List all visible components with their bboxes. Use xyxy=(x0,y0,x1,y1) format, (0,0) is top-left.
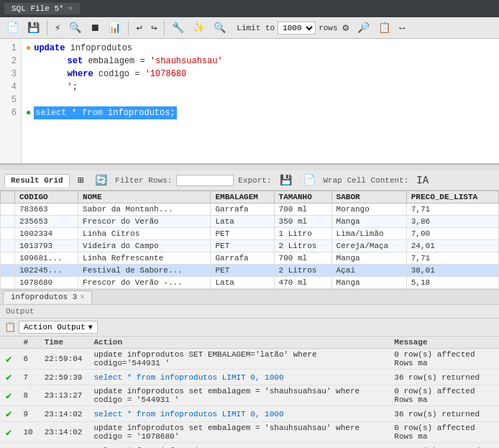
output-scroll-area[interactable]: # Time Action Message ✔622:59:04update i… xyxy=(0,337,499,448)
table-cell: Frescor do Verão -... xyxy=(78,277,211,289)
filter-input[interactable] xyxy=(176,175,234,186)
wrap-button[interactable]: IA xyxy=(413,173,432,188)
form-view-button[interactable]: 🔄 xyxy=(91,172,111,188)
limit-select[interactable]: 1000 500 100 xyxy=(278,22,316,35)
tab-infoprodutos-close[interactable]: × xyxy=(80,293,84,301)
sql-editor: 1 2 3 4 5 6 ● update infoprodutos set em… xyxy=(0,39,499,165)
status-ok-icon: ✔ xyxy=(6,372,12,383)
action-message: 0 row(s) affected Rows ma xyxy=(388,422,499,443)
table-cell: Lima/Limão xyxy=(331,228,406,240)
action-message: 0 row(s) affected Rows ma xyxy=(388,385,499,406)
export-label: Export: xyxy=(238,176,271,185)
export-csv-button[interactable]: 📄 xyxy=(300,172,319,188)
execute-selection-button[interactable]: 🔍 xyxy=(65,19,85,36)
execute-button[interactable]: ⚡ xyxy=(51,19,64,36)
str-value-2: '1078680 xyxy=(145,68,187,81)
action-message: 0 row(s) affected Rows ma xyxy=(388,349,499,370)
refresh-button[interactable]: ↔ xyxy=(395,20,408,36)
output-toolbar: 📋 Action Output ▼ xyxy=(0,319,499,337)
table-cell: 7,00 xyxy=(406,228,498,240)
action-num: 8 xyxy=(17,385,38,406)
table-cell: Frescor do Verão xyxy=(78,216,211,228)
toggle-button[interactable]: 📋 xyxy=(375,19,394,36)
undo-button[interactable]: ↩ xyxy=(132,19,145,36)
table-cell: 2 Litros xyxy=(274,240,331,252)
format-button[interactable]: 🔧 xyxy=(168,19,188,36)
list-item[interactable]: ✔823:13:27update infoprodutos set embala… xyxy=(0,385,499,406)
list-item[interactable]: ✔722:59:39select * from infoprodutos LIM… xyxy=(0,370,499,385)
row-num-cell xyxy=(1,265,15,277)
row-num-cell xyxy=(1,204,15,216)
table-cell: 470 ml xyxy=(274,277,331,289)
zoom-in-button[interactable]: 🔎 xyxy=(354,19,373,36)
table-cell: Manga xyxy=(331,216,406,228)
table-cell: 1002334 xyxy=(15,228,78,240)
table-row[interactable]: 102245...Festival de Sabore...PET2 Litro… xyxy=(1,265,499,277)
action-table: # Time Action Message ✔622:59:04update i… xyxy=(0,337,499,448)
status-ok-icon: ✔ xyxy=(6,408,12,420)
action-text: update infoprodutos set embalagem = 'sha… xyxy=(88,385,388,406)
code-line-2: set embalagem = 'shauhsuahsau' xyxy=(26,55,495,68)
action-col-action: Action xyxy=(88,337,388,349)
result-grid-tab[interactable]: Result Grid xyxy=(4,174,70,187)
beautify-button[interactable]: ✨ xyxy=(189,19,209,36)
action-output-dropdown[interactable]: Action Output ▼ xyxy=(19,321,98,334)
line-num-3: 3 xyxy=(4,68,17,81)
action-link[interactable]: select * from infoprodutos LIMIT 0, 1000 xyxy=(93,373,283,382)
redo-button[interactable]: ↪ xyxy=(147,19,160,36)
table-cell: 38,01 xyxy=(406,265,498,277)
table-cell: Linha Citros xyxy=(78,228,211,240)
table-cell: Lata xyxy=(211,277,274,289)
separator-1 xyxy=(47,21,47,35)
action-text: update infoprodutos set embalagem = 'sha… xyxy=(88,422,388,443)
list-item[interactable]: ✔1023:14:02update infoprodutos set embal… xyxy=(0,422,499,443)
grid-view-button[interactable]: ⊞ xyxy=(74,172,87,188)
list-item[interactable]: ✔622:59:04update infoprodutos SET EMBALA… xyxy=(0,349,499,370)
action-message: 36 row(s) returned xyxy=(388,370,499,385)
list-item[interactable]: ✔1123:14:37select * from infoprodutos LI… xyxy=(0,443,499,449)
action-num: 11 xyxy=(17,443,38,449)
action-time: 23:14:02 xyxy=(39,422,88,443)
tab-infoprodutos[interactable]: infoprodutos 3 × xyxy=(3,291,92,303)
table-cell: 102245... xyxy=(15,265,78,277)
action-col-time: Time xyxy=(39,337,88,349)
table-row[interactable]: 1002334Linha CitrosPET1 LitroLima/Limão7… xyxy=(1,228,499,240)
explain-button[interactable]: 📊 xyxy=(105,19,124,36)
row-num-cell xyxy=(1,216,15,228)
table-row[interactable]: 235653Frescor do VerãoLata350 mlManga3,8… xyxy=(1,216,499,228)
separator-2 xyxy=(128,21,129,35)
action-link[interactable]: select * from infoprodutos LIMIT 0, 1000 xyxy=(93,410,283,419)
limit-dropdown: Limit to 1000 500 100 rows xyxy=(237,22,337,35)
horizontal-scrollbar[interactable] xyxy=(0,165,499,170)
table-cell: 700 ml xyxy=(274,204,331,216)
export-button[interactable]: 💾 xyxy=(276,172,296,188)
dropdown-chevron-icon: ▼ xyxy=(88,324,93,332)
new-file-button[interactable]: 📄 xyxy=(3,19,22,36)
semicolon-1: ; xyxy=(73,81,78,93)
status-ok-icon: ✔ xyxy=(6,427,12,439)
table-cell: 700 ml xyxy=(274,252,331,265)
result-grid: CODIGO NOME EMBALAGEM TAMANHO SABOR PREC… xyxy=(0,191,499,289)
settings-button[interactable]: ⚙ xyxy=(339,19,352,36)
code-line-3: where codigo = '1078680 xyxy=(26,68,495,81)
list-item[interactable]: ✔923:14:02select * from infoprodutos LIM… xyxy=(0,406,499,422)
tab-close-icon[interactable]: × xyxy=(68,5,73,13)
search-button[interactable]: 🔍 xyxy=(210,19,229,36)
save-button[interactable]: 💾 xyxy=(24,19,43,36)
filter-label: Filter Rows: xyxy=(115,176,172,185)
table-row[interactable]: 1013793Videira do CampoPET2 LitrosCereja… xyxy=(1,240,499,252)
col-header-embalagem: EMBALAGEM xyxy=(211,191,274,204)
line-num-6: 6 xyxy=(4,106,17,119)
action-message: 36 row(s) returned xyxy=(388,406,499,422)
action-time: 23:13:27 xyxy=(39,385,88,406)
code-line-4: '; xyxy=(26,81,495,93)
table-row[interactable]: 783663Sabor da Montanh...Garrafa700 mlMo… xyxy=(1,204,499,216)
code-area[interactable]: ● update infoprodutos set embalagem = 's… xyxy=(22,39,499,163)
table-row[interactable]: 109681...Linha RefrescanteGarrafa700 mlM… xyxy=(1,252,499,265)
sql-file-tab[interactable]: SQL File 5* × xyxy=(4,3,80,14)
stop-button[interactable]: ⏹ xyxy=(86,20,104,36)
output-section: Output 📋 Action Output ▼ # Time Action M… xyxy=(0,305,499,448)
table-row[interactable]: 1078680Frescor do Verão -...Lata470 mlMa… xyxy=(1,277,499,289)
action-time: 23:14:37 xyxy=(39,443,88,449)
action-col-num: # xyxy=(17,337,38,349)
